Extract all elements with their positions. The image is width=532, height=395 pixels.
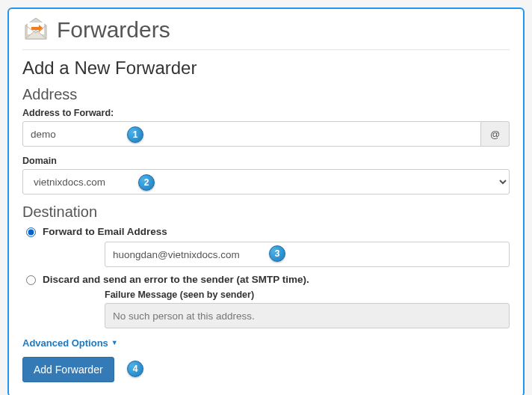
forwarders-panel: Forwarders Add a New Forwarder Address A…: [7, 7, 525, 395]
address-to-forward-label: Address to Forward:: [22, 108, 510, 118]
domain-label: Domain: [22, 156, 510, 166]
failure-message-block: Failure Message (seen by sender): [105, 290, 510, 328]
panel-header: Forwarders: [22, 16, 510, 43]
forward-email-block: 3: [105, 242, 510, 267]
destination-heading: Destination: [22, 203, 510, 221]
advanced-options-label: Advanced Options: [22, 337, 108, 349]
forward-email-input[interactable]: [105, 242, 510, 267]
discard-radio[interactable]: [26, 275, 36, 285]
address-to-forward-input[interactable]: [22, 121, 481, 147]
caret-down-icon: ▼: [111, 340, 118, 346]
address-to-forward-field: Address to Forward: @ 1: [22, 108, 510, 147]
at-sign-addon: @: [481, 121, 510, 147]
page-title: Forwarders: [57, 17, 170, 43]
forward-email-radio-row: Forward to Email Address: [22, 225, 510, 237]
divider: [22, 49, 510, 50]
domain-select[interactable]: vietnixdocs.com: [22, 169, 510, 195]
discard-radio-label: Discard and send an error to the sender …: [43, 274, 309, 285]
discard-radio-row: Discard and send an error to the sender …: [22, 273, 510, 285]
annotation-marker-4: 4: [127, 361, 143, 377]
envelope-icon: [22, 16, 49, 43]
failure-message-label: Failure Message (seen by sender): [105, 290, 510, 300]
domain-field: Domain vietnixdocs.com 2: [22, 156, 510, 195]
forward-email-radio-label: Forward to Email Address: [43, 226, 167, 237]
advanced-options-toggle[interactable]: Advanced Options ▼: [22, 337, 118, 349]
address-heading: Address: [22, 86, 510, 103]
add-forwarder-button[interactable]: Add Forwarder: [22, 357, 114, 382]
forward-email-radio[interactable]: [26, 227, 36, 237]
failure-message-input: [105, 303, 510, 328]
section-subtitle: Add a New Forwarder: [22, 58, 510, 79]
